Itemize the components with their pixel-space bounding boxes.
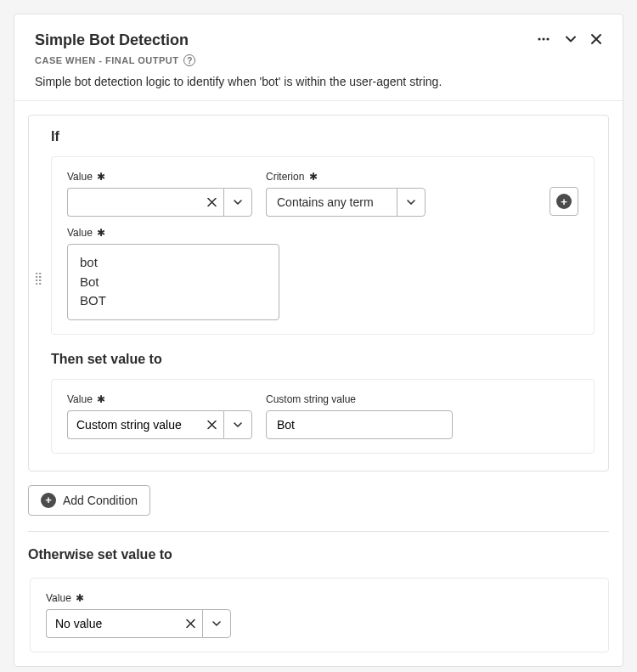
criterion-select[interactable]: Contains any term (266, 188, 426, 217)
if-value-combobox (67, 188, 252, 217)
then-subcard: Value ✱ (51, 379, 595, 454)
then-value-dropdown-button[interactable] (223, 410, 252, 439)
add-condition-button[interactable]: + Add Condition (28, 485, 150, 516)
svg-point-0 (538, 37, 540, 40)
otherwise-value-input[interactable] (46, 609, 202, 638)
then-row: Value ✱ (67, 393, 578, 439)
more-icon (536, 31, 551, 47)
criterion-selected-text: Contains any term (266, 188, 397, 217)
terms-label: Value ✱ (67, 227, 578, 239)
chevron-down-icon (233, 197, 243, 207)
custom-string-label: Custom string value (266, 393, 453, 405)
if-value-dropdown-button[interactable] (223, 188, 252, 217)
if-value-input[interactable] (67, 188, 223, 217)
panel-header: Simple Bot Detection CASE WHEN - FINAL O… (14, 14, 623, 101)
custom-string-input[interactable] (266, 410, 453, 439)
otherwise-section: Otherwise set value to Value ✱ (28, 547, 609, 652)
otherwise-value-label: Value ✱ (46, 592, 593, 604)
if-value-field: Value ✱ (67, 171, 252, 217)
otherwise-value-field: Value ✱ (46, 592, 593, 638)
if-subcard: Value ✱ (51, 156, 595, 335)
then-value-combobox (67, 410, 252, 439)
svg-point-2 (546, 37, 549, 40)
required-asterisk: ✱ (94, 227, 105, 239)
close-icon (207, 198, 217, 207)
panel-description: Simple bot detection logic to identify w… (35, 75, 602, 88)
otherwise-heading: Otherwise set value to (28, 547, 609, 562)
header-actions (536, 31, 602, 47)
clear-otherwise-value-button[interactable] (186, 618, 195, 628)
more-button[interactable] (536, 31, 551, 47)
required-asterisk: ✱ (94, 393, 105, 405)
clear-value-button[interactable] (207, 198, 217, 207)
add-condition-label: Add Condition (63, 494, 138, 507)
then-value-label: Value ✱ (67, 393, 252, 405)
panel-body: ⠿⠿ If Value ✱ (14, 101, 623, 666)
if-row-1: Value ✱ (67, 171, 578, 217)
otherwise-card: Value ✱ (30, 578, 609, 652)
required-asterisk: ✱ (306, 171, 317, 183)
plus-icon: + (41, 493, 56, 508)
close-icon (186, 618, 195, 628)
help-icon[interactable]: ? (183, 54, 195, 66)
add-rule-button[interactable]: + (550, 187, 578, 216)
collapse-button[interactable] (565, 33, 577, 45)
panel-title: Simple Bot Detection (35, 31, 602, 49)
panel-subtitle: CASE WHEN - FINAL OUTPUT ? (35, 54, 602, 66)
terms-field: Value ✱ bot Bot BOT (67, 227, 578, 320)
chevron-down-icon (406, 197, 416, 207)
condition-card: ⠿⠿ If Value ✱ (28, 115, 609, 472)
clear-then-value-button[interactable] (207, 420, 217, 429)
otherwise-value-combobox (46, 609, 593, 638)
rule-editor-panel: Simple Bot Detection CASE WHEN - FINAL O… (14, 14, 623, 667)
if-value-label: Value ✱ (67, 171, 252, 183)
custom-string-field: Custom string value (266, 393, 453, 439)
chevron-down-icon (211, 618, 222, 629)
close-icon (590, 33, 602, 45)
criterion-dropdown-button[interactable] (397, 188, 426, 217)
chevron-down-icon (233, 420, 243, 430)
required-asterisk: ✱ (73, 592, 84, 604)
if-heading: If (51, 129, 595, 144)
required-asterisk: ✱ (94, 171, 105, 183)
close-icon (207, 420, 217, 429)
terms-textarea[interactable]: bot Bot BOT (67, 244, 279, 320)
panel-subtitle-text: CASE WHEN - FINAL OUTPUT (35, 55, 178, 65)
otherwise-value-dropdown-button[interactable] (202, 609, 231, 638)
svg-point-1 (542, 37, 544, 40)
criterion-label: Criterion ✱ (266, 171, 426, 183)
close-button[interactable] (590, 33, 602, 45)
chevron-down-icon (565, 33, 577, 45)
then-value-field: Value ✱ (67, 393, 252, 439)
criterion-field: Criterion ✱ Contains any term (266, 171, 426, 217)
section-divider (28, 531, 609, 532)
drag-handle-icon[interactable]: ⠿⠿ (34, 276, 43, 283)
plus-icon: + (556, 194, 572, 209)
then-value-input[interactable] (67, 410, 223, 439)
then-heading: Then set value to (51, 352, 595, 367)
